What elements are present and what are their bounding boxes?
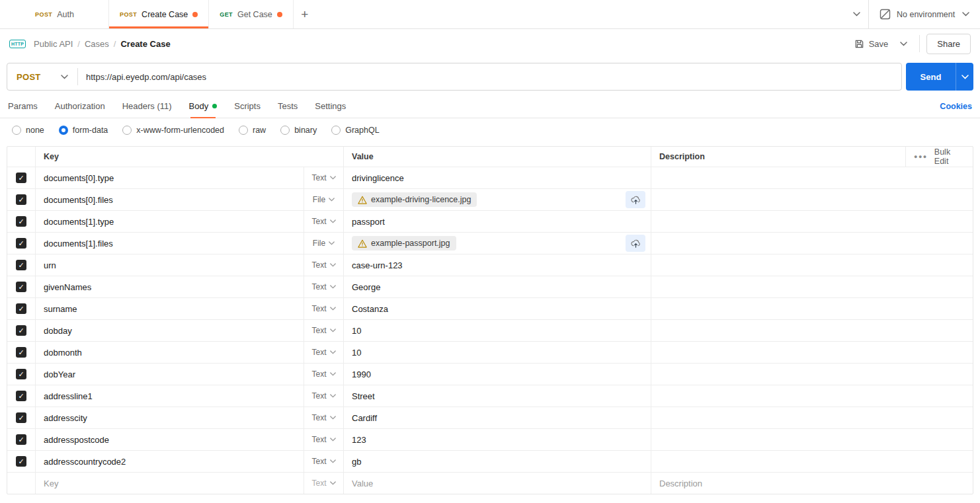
url-input[interactable] <box>78 72 901 82</box>
row-checkbox[interactable]: ✓ <box>16 456 26 467</box>
tab-scripts[interactable]: Scripts <box>234 95 261 118</box>
row-key-cell[interactable]: givenNames <box>35 276 304 297</box>
tab-tests[interactable]: Tests <box>278 95 298 118</box>
row-description-cell[interactable] <box>651 233 973 254</box>
row-description-cell[interactable] <box>651 385 973 406</box>
row-value-cell[interactable]: case-urn-123 <box>343 254 651 276</box>
tab-authorization[interactable]: Authorization <box>55 95 105 118</box>
row-checkbox[interactable]: ✓ <box>16 282 26 292</box>
row-checkbox[interactable]: ✓ <box>16 325 26 336</box>
tab-headers-11[interactable]: Headers (11) <box>122 95 172 118</box>
row-type-select[interactable]: File <box>304 189 343 210</box>
row-key-cell[interactable]: documents[0].files <box>35 189 304 210</box>
body-type-radio-graphql[interactable]: GraphQL <box>331 126 379 135</box>
breadcrumb-item[interactable]: Public API <box>34 39 73 49</box>
row-key-cell[interactable]: addresspostcode <box>35 429 304 450</box>
row-description-cell[interactable] <box>651 429 973 450</box>
row-value-cell[interactable]: gb <box>343 451 651 472</box>
environment-selector[interactable]: No environment <box>869 9 980 20</box>
cookies-link[interactable]: Cookies <box>940 102 972 111</box>
row-checkbox[interactable]: ✓ <box>16 194 26 205</box>
tab-params[interactable]: Params <box>8 95 38 118</box>
body-type-radio-binary[interactable]: binary <box>280 126 317 135</box>
row-description-cell[interactable] <box>651 189 973 210</box>
breadcrumb-item[interactable]: Cases <box>85 39 109 49</box>
body-type-radio-raw[interactable]: raw <box>239 126 266 135</box>
upload-file-button[interactable] <box>626 235 645 252</box>
request-tab-create-case[interactable]: POSTCreate Case <box>109 0 209 28</box>
row-checkbox[interactable]: ✓ <box>16 238 26 249</box>
file-chip[interactable]: example-driving-licence.jpg <box>352 192 477 207</box>
row-value-cell[interactable]: passport <box>343 211 651 232</box>
upload-file-button[interactable] <box>626 191 645 208</box>
row-type-select[interactable]: Text <box>304 211 343 232</box>
row-description-cell[interactable] <box>651 298 973 319</box>
bulk-edit-button[interactable]: ●●● Bulk Edit <box>905 147 973 167</box>
row-key-cell[interactable]: addresscity <box>35 407 304 428</box>
row-description-cell[interactable] <box>651 342 973 363</box>
row-value-cell[interactable]: Costanza <box>343 298 651 319</box>
body-type-radio-x-www-form-urlencoded[interactable]: x-www-form-urlencoded <box>122 126 224 135</box>
row-type-select[interactable]: Text <box>304 451 343 472</box>
row-key-cell[interactable]: documents[1].files <box>35 233 304 254</box>
row-value-cell[interactable]: 1990 <box>343 364 651 385</box>
row-type-select[interactable]: Text <box>304 407 343 428</box>
row-checkbox[interactable]: ✓ <box>16 391 26 401</box>
row-value-cell[interactable]: Street <box>343 385 651 406</box>
row-key-cell[interactable]: addressline1 <box>35 385 304 406</box>
send-options-chevron[interactable] <box>956 63 973 91</box>
row-description-cell[interactable] <box>651 320 973 341</box>
row-checkbox[interactable]: ✓ <box>16 260 26 270</box>
row-checkbox[interactable]: ✓ <box>16 434 26 445</box>
tab-body[interactable]: Body <box>189 95 218 118</box>
request-tab-get-case[interactable]: GETGet Case <box>209 0 294 28</box>
send-button[interactable]: Send <box>906 63 956 91</box>
row-key-cell[interactable]: dobmonth <box>35 342 304 363</box>
body-type-radio-form-data[interactable]: form-data <box>59 126 108 135</box>
row-description-cell[interactable] <box>651 451 973 472</box>
row-value-cell[interactable]: Cardiff <box>343 407 651 428</box>
row-type-select[interactable]: Text <box>304 276 343 297</box>
row-key-cell[interactable]: documents[1].type <box>35 211 304 232</box>
share-button[interactable]: Share <box>926 34 971 54</box>
row-key-cell[interactable]: documents[0].type <box>35 167 304 188</box>
row-description-cell[interactable] <box>651 276 973 297</box>
row-key-cell[interactable]: addresscountrycode2 <box>35 451 304 472</box>
row-type-select[interactable]: Text <box>304 429 343 450</box>
row-value-cell[interactable]: Value <box>343 473 651 494</box>
row-checkbox[interactable]: ✓ <box>16 412 26 423</box>
tab-options-chevron[interactable] <box>845 0 868 28</box>
row-type-select[interactable]: File <box>304 233 343 254</box>
method-select[interactable]: POST <box>7 72 77 82</box>
row-checkbox[interactable]: ✓ <box>16 216 26 227</box>
row-key-cell[interactable]: dobday <box>35 320 304 341</box>
row-value-cell[interactable]: 10 <box>343 320 651 341</box>
row-type-select[interactable]: Text <box>304 254 343 276</box>
row-checkbox[interactable]: ✓ <box>16 369 26 379</box>
row-key-cell[interactable]: surname <box>35 298 304 319</box>
file-chip[interactable]: example-passport.jpg <box>352 236 456 251</box>
row-value-cell[interactable]: example-passport.jpg <box>343 233 651 254</box>
row-type-select[interactable]: Text <box>304 364 343 385</box>
save-options-chevron[interactable] <box>895 39 913 49</box>
row-key-cell[interactable]: urn <box>35 254 304 276</box>
request-tab-auth[interactable]: POSTAuth <box>0 0 109 28</box>
row-key-cell[interactable]: dobYear <box>35 364 304 385</box>
row-type-select[interactable]: Text <box>304 473 343 494</box>
row-type-select[interactable]: Text <box>304 385 343 406</box>
row-type-select[interactable]: Text <box>304 298 343 319</box>
row-description-cell[interactable] <box>651 364 973 385</box>
row-type-select[interactable]: Text <box>304 167 343 188</box>
row-value-cell[interactable]: example-driving-licence.jpg <box>343 189 651 210</box>
row-description-cell[interactable] <box>651 167 973 188</box>
row-value-cell[interactable]: drivinglicence <box>343 167 651 188</box>
row-description-cell[interactable] <box>651 254 973 276</box>
row-value-cell[interactable]: George <box>343 276 651 297</box>
row-description-cell[interactable] <box>651 211 973 232</box>
save-button[interactable]: Save <box>848 39 895 49</box>
row-checkbox[interactable]: ✓ <box>16 303 26 314</box>
row-checkbox[interactable]: ✓ <box>16 347 26 358</box>
row-description-cell[interactable] <box>651 407 973 428</box>
row-type-select[interactable]: Text <box>304 320 343 341</box>
row-type-select[interactable]: Text <box>304 342 343 363</box>
